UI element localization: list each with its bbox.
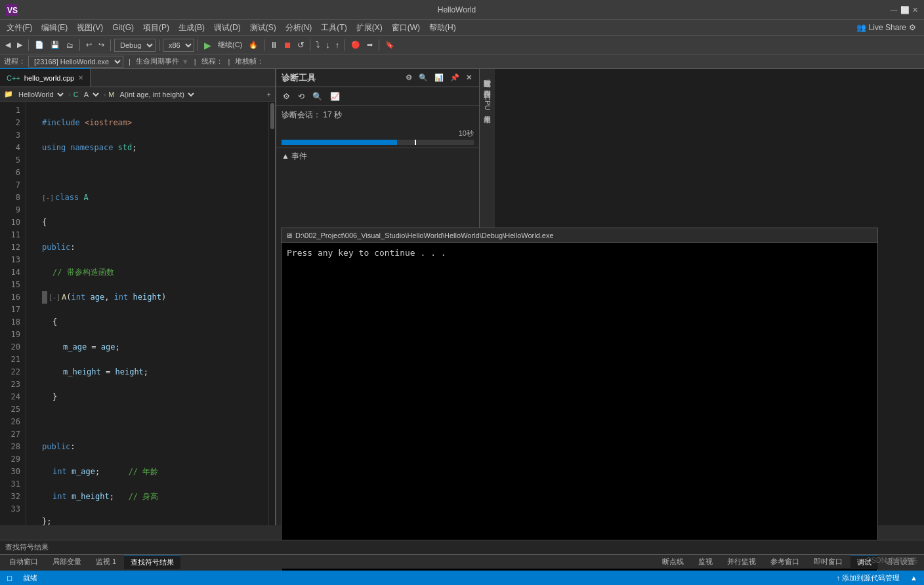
tab-watch[interactable]: 监视 bbox=[692, 555, 719, 569]
console-text: Press any key to continue . . . bbox=[287, 248, 446, 258]
tab-ref-window[interactable]: 参考窗口 bbox=[764, 555, 806, 569]
session-info: 诊断会话： 17 秒 bbox=[276, 106, 479, 125]
redo-btn[interactable]: ↪ bbox=[96, 39, 107, 50]
progress-track bbox=[282, 140, 474, 145]
breakpoint-btn[interactable]: 🔴 bbox=[348, 39, 363, 50]
diag-search-btn[interactable]: 🔍 bbox=[417, 73, 430, 83]
restart-btn[interactable]: ↺ bbox=[295, 39, 306, 50]
menu-analyze[interactable]: 分析(N) bbox=[282, 21, 316, 35]
sidebar-tab-cpu[interactable]: CPU使用率 bbox=[480, 90, 495, 115]
tab-breakpoints[interactable]: 断点线 bbox=[656, 555, 690, 569]
tab-watch-1[interactable]: 监视 1 bbox=[89, 555, 123, 569]
breadcrumb-method: M A(int age, int height) bbox=[108, 90, 196, 99]
menu-extensions[interactable]: 扩展(X) bbox=[352, 21, 387, 35]
undo-btn[interactable]: ↩ bbox=[83, 39, 94, 50]
class-selector[interactable]: A bbox=[80, 90, 101, 99]
menu-test[interactable]: 测试(S) bbox=[246, 21, 280, 35]
bottom-tabs: 自动窗口 局部变量 监视 1 查找符号结果 断点线 监视 并行监视 参考窗口 即… bbox=[0, 554, 924, 569]
toolbar: ◀ ▶ 📄 💾 🗂 ↩ ↪ Debug x86 ▶ 继续(C) 🔥 ⏸ ⏹ ↺ … bbox=[0, 36, 924, 54]
menu-help[interactable]: 帮助(H) bbox=[425, 21, 460, 35]
code-text[interactable]: #include <iostream> using namespace std;… bbox=[26, 102, 268, 525]
menu-tools[interactable]: 工具(T) bbox=[317, 21, 350, 35]
process-dropdown[interactable]: [23168] HelloWorld.exe bbox=[28, 56, 123, 68]
nav-back-btn[interactable]: ◀ bbox=[3, 39, 13, 50]
tab-auto-window[interactable]: 自动窗口 bbox=[3, 555, 45, 569]
diag-pin-btn[interactable]: 📌 bbox=[448, 73, 461, 83]
save-btn[interactable]: 💾 bbox=[48, 39, 62, 50]
close-btn[interactable]: ✕ bbox=[911, 6, 919, 14]
editor-expand-btn[interactable]: + bbox=[267, 91, 271, 98]
svg-text:VS: VS bbox=[7, 6, 18, 15]
sep2: | bbox=[194, 58, 196, 66]
menu-window[interactable]: 窗口(W) bbox=[388, 21, 424, 35]
menu-view[interactable]: 视图(V) bbox=[73, 21, 107, 35]
tab-local-vars[interactable]: 局部变量 bbox=[46, 555, 88, 569]
sep6 bbox=[264, 39, 264, 51]
continue-btn[interactable]: ▶ bbox=[201, 39, 214, 52]
editor-panel: C++ hello_world.cpp ✕ 📁 HelloWorld › C bbox=[0, 69, 276, 525]
diag-search-tool[interactable]: 🔍 bbox=[310, 91, 325, 102]
menu-edit[interactable]: 编辑(E) bbox=[37, 21, 72, 35]
menu-git[interactable]: Git(G) bbox=[108, 22, 138, 33]
nav-fwd-btn[interactable]: ▶ bbox=[14, 39, 25, 50]
method-selector[interactable]: A(int age, int height) bbox=[116, 90, 196, 99]
show-next-btn[interactable]: ➡ bbox=[364, 39, 375, 50]
tab-find-symbols[interactable]: 查找符号结果 bbox=[124, 555, 180, 569]
sidebar-tab-process-monitor[interactable]: 诊断过程监控 bbox=[480, 69, 495, 79]
diag-chart-tool[interactable]: 📈 bbox=[327, 91, 343, 102]
pause-btn[interactable]: ⏸ bbox=[268, 39, 280, 50]
diag-settings-btn[interactable]: ⚙ bbox=[404, 73, 414, 83]
bookmark-btn[interactable]: 🔖 bbox=[383, 39, 397, 50]
restore-btn[interactable]: ⬜ bbox=[900, 6, 908, 14]
project-selector[interactable]: HelloWorld bbox=[14, 90, 66, 99]
save-all-btn[interactable]: 🗂 bbox=[64, 40, 76, 50]
title-bar: VS HelloWorld — ⬜ ✕ bbox=[0, 0, 924, 20]
step-into-btn[interactable]: ↓ bbox=[324, 39, 332, 50]
diag-btn2[interactable]: ⟲ bbox=[295, 91, 307, 102]
find-results-header: 查找符号结果 bbox=[0, 540, 924, 554]
continue-label[interactable]: 继续(C) bbox=[215, 39, 245, 51]
tab-immediate[interactable]: 即时窗口 bbox=[807, 555, 849, 569]
thread-label: 线程： bbox=[201, 56, 223, 66]
live-share-settings-icon[interactable]: ⚙ bbox=[909, 23, 916, 32]
live-share-button[interactable]: 👥 Live Share ⚙ bbox=[851, 22, 921, 33]
debug-config-dropdown[interactable]: Debug bbox=[114, 39, 156, 52]
menu-debug[interactable]: 调试(D) bbox=[210, 21, 245, 35]
session-value: 17 秒 bbox=[323, 110, 342, 119]
sep4 bbox=[159, 39, 159, 51]
tab-close-btn[interactable]: ✕ bbox=[78, 74, 83, 81]
console-path: D:\002_Project\006_Visual_Studio\HelloWo… bbox=[295, 232, 554, 239]
status-icon[interactable]: ◻ bbox=[4, 574, 15, 582]
minimize-btn[interactable]: — bbox=[890, 6, 898, 14]
tab-parallel-watch[interactable]: 并行监视 bbox=[721, 555, 763, 569]
add-source-control[interactable]: ↑ 添加到源代码管理 bbox=[834, 573, 903, 583]
code-editor[interactable]: 1 2 3 4 5 6 7 8 9 10 11 12 13 14 15 16 1 bbox=[0, 102, 275, 525]
new-file-btn[interactable]: 📄 bbox=[32, 39, 47, 50]
sep3: | bbox=[228, 58, 230, 66]
events-section: ▲ 事件 bbox=[276, 148, 479, 165]
sep9 bbox=[379, 39, 379, 51]
code-scrollbar[interactable] bbox=[268, 102, 275, 525]
status-indicator[interactable]: ▲ bbox=[908, 574, 920, 582]
sidebar-tab-memory[interactable]: 进程内存 bbox=[480, 79, 495, 90]
progress-label: 10秒 bbox=[282, 127, 474, 140]
diag-graph-btn[interactable]: 📊 bbox=[432, 73, 446, 83]
menu-project[interactable]: 项目(P) bbox=[139, 21, 173, 35]
progress-marker bbox=[415, 140, 416, 145]
vs-logo: VS bbox=[5, 3, 18, 16]
diag-close-btn[interactable]: ✕ bbox=[464, 73, 474, 83]
step-over-btn[interactable]: ⤵ bbox=[314, 39, 322, 50]
diag-btn1[interactable]: ⚙ bbox=[280, 91, 293, 102]
status-text: 就绪 bbox=[20, 573, 40, 583]
stop-btn[interactable]: ⏹ bbox=[282, 39, 294, 50]
step-out-btn[interactable]: ↑ bbox=[333, 39, 342, 50]
session-label: 诊断会话： bbox=[282, 110, 321, 119]
console-titlebar: 🖥 D:\002_Project\006_Visual_Studio\Hello… bbox=[282, 228, 877, 243]
hot-reload-btn[interactable]: 🔥 bbox=[246, 39, 261, 50]
menu-build[interactable]: 生成(B) bbox=[175, 21, 209, 35]
status-left: ◻ 就绪 bbox=[4, 573, 40, 583]
menu-file[interactable]: 文件(F) bbox=[3, 21, 36, 35]
platform-dropdown[interactable]: x86 bbox=[163, 39, 194, 52]
scrollbar-thumb[interactable] bbox=[270, 103, 274, 129]
editor-tab-hello-world[interactable]: C++ hello_world.cpp ✕ bbox=[0, 68, 91, 87]
